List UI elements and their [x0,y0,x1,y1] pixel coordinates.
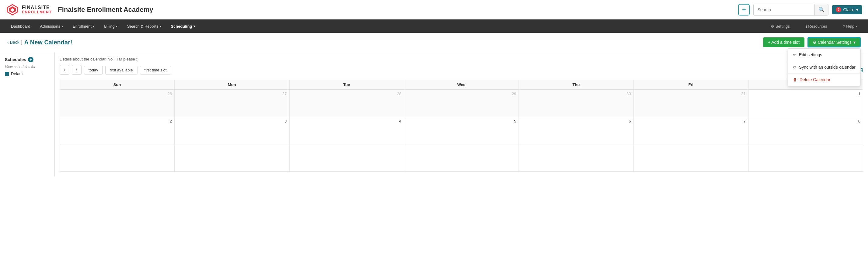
schedule-label: Default [11,71,23,76]
logo-finalsite: FINALSITE [22,5,52,10]
nav-item-billing[interactable]: Billing ▾ [99,20,122,33]
user-chevron-icon: ▾ [856,7,858,12]
sidebar: Schedules + View schedules for: Default [0,52,55,177]
main-content: ‹ Back | A New Calendar! + Add a time sl… [0,33,868,177]
calendar-day-jun2[interactable]: 2 [60,117,175,144]
first-available-button[interactable]: first available [105,66,137,74]
prev-month-button[interactable]: ‹ [60,65,69,75]
calendar-week-3 [60,144,863,172]
logo-enrollment: ENROLLMENT [22,10,52,14]
nav-item-admissions[interactable]: Admissions ▾ [35,20,68,33]
calendar-day-empty2[interactable] [175,144,289,172]
calendar-day-may27[interactable]: 27 [175,90,289,117]
enrollment-chevron-icon: ▾ [93,25,94,28]
calendar-settings-label: ⚙ Calendar Settings [813,40,851,45]
help-chevron-icon: ▾ [856,25,857,28]
page-actions: + Add a time slot ⚙ Calendar Settings ▾ … [763,37,861,47]
calendar-nav: ‹ › today first available first time slo… [60,65,863,75]
nav-bar: Dashboard Admissions ▾ Enrollment ▾ Bill… [0,20,868,33]
page-title: A New Calendar! [24,39,72,46]
next-month-button[interactable]: › [72,65,82,75]
back-link[interactable]: ‹ Back [7,40,20,45]
header-actions: + 🔍 3 Claire ▾ [738,4,862,15]
schedules-label: Schedules [5,57,26,62]
search-submit-button[interactable]: 🔍 [814,4,828,15]
calendar-day-may26[interactable]: 26 [60,90,175,117]
calendar-day-empty[interactable] [60,144,175,172]
edit-icon: ✏ [793,52,797,57]
user-badge[interactable]: 3 Claire ▾ [832,5,862,14]
breadcrumb: ‹ Back | A New Calendar! [7,39,72,46]
dropdown-delete-calendar[interactable]: 🗑 Delete Calendar [788,74,860,86]
breadcrumb-separator: | [21,40,23,45]
calendar-day-empty3[interactable] [289,144,404,172]
calendar-settings-chevron-icon: ▾ [854,40,856,45]
top-header: FINALSITE ENROLLMENT Finalsite Enrollmen… [0,0,868,20]
calendar-day-jun8[interactable]: 8 [748,117,863,144]
first-time-slot-button[interactable]: first time slot [140,66,171,74]
calendar-grid: Sun Mon Tue Wed Thu Fri Sat 26 27 28 [60,80,863,172]
today-button[interactable]: today [84,66,103,74]
calendar-day-empty5[interactable] [519,144,633,172]
add-timeslot-button[interactable]: + Add a time slot [763,37,804,47]
billing-chevron-icon: ▾ [116,25,117,28]
nav-item-scheduling[interactable]: Scheduling ▾ [166,20,200,33]
sidebar-schedule-default: Default [5,71,50,76]
schedule-color-swatch [5,72,9,76]
calendar-area: Schedules + View schedules for: Default … [0,52,868,177]
calendar-day-jun3[interactable]: 3 [175,117,289,144]
nav-right: ⚙ Settings ℹ Resources ? Help ▾ [766,20,862,33]
col-sun: Sun [60,80,175,90]
calendar-day-empty4[interactable] [404,144,519,172]
user-name: Claire [843,7,854,12]
calendar-day-jun1[interactable]: 1 [748,90,863,117]
calendar-day-empty7[interactable] [748,144,863,172]
col-wed: Wed [404,80,519,90]
delete-calendar-label: Delete Calendar [800,77,830,82]
calendar-day-jun5[interactable]: 5 [404,117,519,144]
calendar-description: Details about the calendar. No HTM pleas… [60,57,863,61]
dropdown-edit-settings[interactable]: ✏ Edit settings [788,48,860,61]
col-fri: Fri [633,80,748,90]
admissions-chevron-icon: ▾ [61,25,63,28]
nav-items: Dashboard Admissions ▾ Enrollment ▾ Bill… [6,20,766,33]
calendar-day-jun6[interactable]: 6 [519,117,633,144]
calendar-main: Details about the calendar. No HTM pleas… [55,52,868,177]
sync-icon: ↻ [793,65,797,70]
calendar-day-jun4[interactable]: 4 [289,117,404,144]
back-chevron-icon: ‹ [7,40,9,45]
add-schedule-button[interactable]: + [28,57,33,62]
col-thu: Thu [519,80,633,90]
calendar-day-may30[interactable]: 30 [519,90,633,117]
calendar-settings-dropdown: ✏ Edit settings ↻ Sync with an outside c… [788,48,861,86]
calendar-day-may28[interactable]: 28 [289,90,404,117]
calendar-day-empty6[interactable] [633,144,748,172]
app-title: Finalsite Enrollment Academy [58,6,738,14]
nav-item-search-reports[interactable]: Search & Reports ▾ [122,20,166,33]
col-tue: Tue [289,80,404,90]
calendar-day-may29[interactable]: 29 [404,90,519,117]
nav-item-dashboard[interactable]: Dashboard [6,20,35,33]
page-header: ‹ Back | A New Calendar! + Add a time sl… [0,33,868,52]
sidebar-title: Schedules + [5,57,50,62]
calendar-week-1: 26 27 28 29 30 31 1 [60,90,863,117]
delete-icon: 🗑 [793,77,797,82]
nav-item-resources[interactable]: ℹ Resources [801,20,832,33]
calendar-day-may31[interactable]: 31 [633,90,748,117]
calendar-settings-button[interactable]: ⚙ Calendar Settings ▾ [807,37,861,47]
search-input[interactable] [754,4,814,15]
calendar-week-2: 2 3 4 5 6 7 8 [60,117,863,144]
sync-calendar-label: Sync with an outside calendar [799,65,856,70]
nav-item-help[interactable]: ? Help ▾ [838,20,862,33]
search-box: 🔍 [753,4,829,15]
notification-count: 3 [836,7,841,12]
edit-settings-label: Edit settings [799,52,822,57]
add-button[interactable]: + [738,4,750,15]
scheduling-chevron-icon: ▾ [193,25,195,28]
search-reports-chevron-icon: ▾ [160,25,161,28]
nav-item-enrollment[interactable]: Enrollment ▾ [68,20,99,33]
calendar-day-jun7[interactable]: 7 [633,117,748,144]
dropdown-sync-calendar[interactable]: ↻ Sync with an outside calendar [788,61,860,74]
nav-item-settings[interactable]: ⚙ Settings [766,20,795,33]
back-label: Back [10,40,20,45]
